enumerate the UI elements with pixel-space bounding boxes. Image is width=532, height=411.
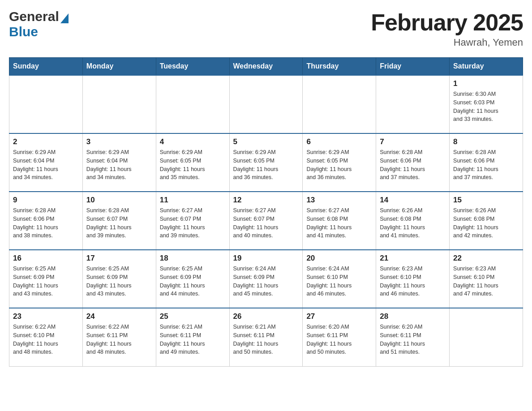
day-number: 24 — [86, 312, 152, 321]
day-number: 27 — [306, 312, 372, 321]
day-number: 15 — [453, 196, 519, 205]
day-info: Sunrise: 6:27 AMSunset: 6:07 PMDaylight:… — [233, 206, 299, 240]
calendar-cell: 24Sunrise: 6:22 AMSunset: 6:11 PMDayligh… — [82, 308, 156, 366]
calendar-cell: 18Sunrise: 6:25 AMSunset: 6:09 PMDayligh… — [156, 250, 229, 308]
calendar-cell — [450, 308, 523, 366]
calendar-cell: 4Sunrise: 6:29 AMSunset: 6:05 PMDaylight… — [156, 133, 229, 192]
weekday-header-tuesday: Tuesday — [156, 58, 229, 76]
logo: General Blue — [9, 9, 69, 39]
calendar-cell — [376, 75, 450, 133]
calendar-cell — [82, 75, 156, 133]
day-number: 5 — [233, 137, 299, 146]
day-number: 12 — [233, 196, 299, 205]
day-info: Sunrise: 6:29 AMSunset: 6:04 PMDaylight:… — [86, 148, 152, 182]
day-info: Sunrise: 6:27 AMSunset: 6:08 PMDaylight:… — [306, 206, 372, 240]
calendar-cell: 26Sunrise: 6:21 AMSunset: 6:11 PMDayligh… — [229, 308, 303, 366]
calendar-cell: 5Sunrise: 6:29 AMSunset: 6:05 PMDaylight… — [229, 133, 303, 192]
calendar-cell: 21Sunrise: 6:23 AMSunset: 6:10 PMDayligh… — [376, 250, 450, 308]
day-info: Sunrise: 6:23 AMSunset: 6:10 PMDaylight:… — [453, 265, 519, 298]
day-info: Sunrise: 6:28 AMSunset: 6:07 PMDaylight:… — [86, 206, 152, 240]
calendar-cell: 11Sunrise: 6:27 AMSunset: 6:07 PMDayligh… — [156, 192, 229, 250]
week-row-1: 1Sunrise: 6:30 AMSunset: 6:03 PMDaylight… — [9, 75, 523, 133]
day-info: Sunrise: 6:27 AMSunset: 6:07 PMDaylight:… — [160, 206, 226, 240]
weekday-header-wednesday: Wednesday — [229, 58, 303, 76]
weekday-header-sunday: Sunday — [9, 58, 83, 76]
calendar-cell — [9, 75, 83, 133]
weekday-header-monday: Monday — [82, 58, 156, 76]
weekday-header-row: SundayMondayTuesdayWednesdayThursdayFrid… — [9, 58, 523, 76]
day-number: 21 — [380, 254, 446, 263]
day-number: 22 — [453, 254, 519, 263]
day-number: 16 — [13, 254, 79, 263]
weekday-header-friday: Friday — [376, 58, 450, 76]
calendar-cell: 9Sunrise: 6:28 AMSunset: 6:06 PMDaylight… — [9, 192, 83, 250]
calendar-cell: 20Sunrise: 6:24 AMSunset: 6:10 PMDayligh… — [303, 250, 376, 308]
day-info: Sunrise: 6:28 AMSunset: 6:06 PMDaylight:… — [13, 206, 79, 240]
page-header: General Blue February 2025 Hawrah, Yemen — [9, 9, 523, 48]
calendar-cell: 1Sunrise: 6:30 AMSunset: 6:03 PMDaylight… — [450, 75, 523, 133]
day-number: 8 — [453, 137, 519, 146]
calendar-cell: 13Sunrise: 6:27 AMSunset: 6:08 PMDayligh… — [303, 192, 376, 250]
logo-blue-text: Blue — [9, 24, 38, 39]
day-number: 26 — [233, 312, 299, 321]
day-info: Sunrise: 6:20 AMSunset: 6:11 PMDaylight:… — [306, 323, 372, 356]
calendar-cell: 10Sunrise: 6:28 AMSunset: 6:07 PMDayligh… — [82, 192, 156, 250]
day-info: Sunrise: 6:25 AMSunset: 6:09 PMDaylight:… — [86, 265, 152, 298]
calendar-cell: 15Sunrise: 6:26 AMSunset: 6:08 PMDayligh… — [450, 192, 523, 250]
day-number: 10 — [86, 196, 152, 205]
day-number: 6 — [306, 137, 372, 146]
day-info: Sunrise: 6:22 AMSunset: 6:11 PMDaylight:… — [86, 323, 152, 356]
day-info: Sunrise: 6:25 AMSunset: 6:09 PMDaylight:… — [160, 265, 226, 298]
day-number: 23 — [13, 312, 79, 321]
day-info: Sunrise: 6:26 AMSunset: 6:08 PMDaylight:… — [380, 206, 446, 240]
day-info: Sunrise: 6:29 AMSunset: 6:05 PMDaylight:… — [306, 148, 372, 182]
day-number: 9 — [13, 196, 79, 205]
day-number: 13 — [306, 196, 372, 205]
calendar-cell — [303, 75, 376, 133]
day-info: Sunrise: 6:20 AMSunset: 6:11 PMDaylight:… — [380, 323, 446, 356]
day-info: Sunrise: 6:30 AMSunset: 6:03 PMDaylight:… — [453, 90, 519, 124]
logo-triangle-icon — [60, 13, 69, 23]
day-info: Sunrise: 6:23 AMSunset: 6:10 PMDaylight:… — [380, 265, 446, 298]
day-info: Sunrise: 6:22 AMSunset: 6:10 PMDaylight:… — [13, 323, 79, 356]
weekday-header-saturday: Saturday — [450, 58, 523, 76]
calendar-cell — [229, 75, 303, 133]
calendar-cell: 7Sunrise: 6:28 AMSunset: 6:06 PMDaylight… — [376, 133, 450, 192]
calendar-cell: 6Sunrise: 6:29 AMSunset: 6:05 PMDaylight… — [303, 133, 376, 192]
day-info: Sunrise: 6:28 AMSunset: 6:06 PMDaylight:… — [453, 148, 519, 182]
calendar-table: SundayMondayTuesdayWednesdayThursdayFrid… — [9, 57, 523, 367]
week-row-5: 23Sunrise: 6:22 AMSunset: 6:10 PMDayligh… — [9, 308, 523, 366]
day-info: Sunrise: 6:24 AMSunset: 6:10 PMDaylight:… — [306, 265, 372, 298]
day-info: Sunrise: 6:26 AMSunset: 6:08 PMDaylight:… — [453, 206, 519, 240]
calendar-cell: 19Sunrise: 6:24 AMSunset: 6:09 PMDayligh… — [229, 250, 303, 308]
calendar-cell: 27Sunrise: 6:20 AMSunset: 6:11 PMDayligh… — [303, 308, 376, 366]
day-info: Sunrise: 6:29 AMSunset: 6:05 PMDaylight:… — [160, 148, 226, 182]
week-row-4: 16Sunrise: 6:25 AMSunset: 6:09 PMDayligh… — [9, 250, 523, 308]
calendar-cell: 16Sunrise: 6:25 AMSunset: 6:09 PMDayligh… — [9, 250, 83, 308]
day-number: 17 — [86, 254, 152, 263]
calendar-cell: 22Sunrise: 6:23 AMSunset: 6:10 PMDayligh… — [450, 250, 523, 308]
day-number: 19 — [233, 254, 299, 263]
day-number: 7 — [380, 137, 446, 146]
week-row-3: 9Sunrise: 6:28 AMSunset: 6:06 PMDaylight… — [9, 192, 523, 250]
day-number: 20 — [306, 254, 372, 263]
day-info: Sunrise: 6:25 AMSunset: 6:09 PMDaylight:… — [13, 265, 79, 298]
calendar-cell: 25Sunrise: 6:21 AMSunset: 6:11 PMDayligh… — [156, 308, 229, 366]
day-info: Sunrise: 6:28 AMSunset: 6:06 PMDaylight:… — [380, 148, 446, 182]
day-number: 4 — [160, 137, 226, 146]
day-number: 3 — [86, 137, 152, 146]
day-number: 28 — [380, 312, 446, 321]
day-info: Sunrise: 6:29 AMSunset: 6:04 PMDaylight:… — [13, 148, 79, 182]
week-row-2: 2Sunrise: 6:29 AMSunset: 6:04 PMDaylight… — [9, 133, 523, 192]
title-block: February 2025 Hawrah, Yemen — [371, 9, 523, 48]
logo-general-text: General — [9, 9, 59, 24]
calendar-cell: 2Sunrise: 6:29 AMSunset: 6:04 PMDaylight… — [9, 133, 83, 192]
day-info: Sunrise: 6:21 AMSunset: 6:11 PMDaylight:… — [160, 323, 226, 356]
month-title: February 2025 — [371, 9, 523, 36]
day-info: Sunrise: 6:21 AMSunset: 6:11 PMDaylight:… — [233, 323, 299, 356]
day-number: 18 — [160, 254, 226, 263]
calendar-cell — [156, 75, 229, 133]
day-number: 11 — [160, 196, 226, 205]
day-number: 25 — [160, 312, 226, 321]
calendar-cell: 23Sunrise: 6:22 AMSunset: 6:10 PMDayligh… — [9, 308, 83, 366]
